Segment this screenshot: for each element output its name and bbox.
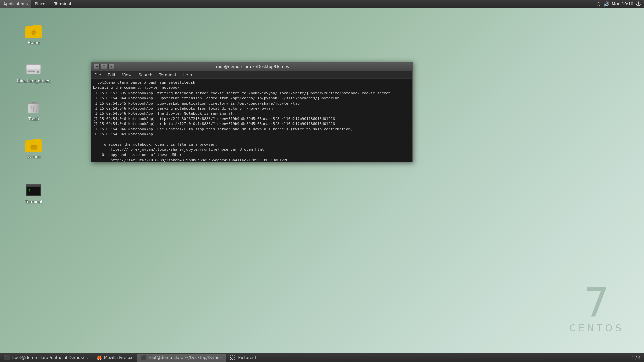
svg-line-14	[31, 106, 31, 112]
sound-icon: 🔊	[603, 1, 609, 7]
top-panel-left: Applications Places Terminal	[0, 0, 74, 8]
demos-folder-icon	[25, 137, 42, 153]
taskbar-label-2: root@demo-clara:~/Desktop/Demos	[149, 355, 222, 360]
svg-rect-7	[27, 65, 41, 69]
home-icon-label: Home	[28, 40, 39, 45]
taskbar-item-1[interactable]: 🦊 Mozilla Firefox	[92, 354, 137, 362]
taskbar-item-2[interactable]: ⬛ root@demo-clara:~/Desktop/Demos	[137, 354, 226, 362]
svg-rect-9	[28, 71, 35, 72]
menu-view[interactable]: View	[119, 71, 135, 79]
svg-rect-4	[32, 33, 35, 35]
top-panel-right: ⬡ 🔊 Mon 10:10 ⏻	[597, 1, 644, 7]
menu-help[interactable]: Help	[179, 71, 195, 79]
desktop: Home thinclient_drives	[0, 8, 644, 354]
centos-seven: 7	[569, 283, 624, 323]
svg-text:❯_: ❯_	[28, 188, 33, 192]
network-icon: ⬡	[597, 1, 601, 7]
applications-menu[interactable]: Applications	[0, 0, 31, 8]
taskbar-label-1: Mozilla Firefox	[104, 355, 132, 360]
minimize-button[interactable]: ─	[94, 64, 100, 69]
terminal-menu[interactable]: Terminal	[51, 0, 74, 8]
taskbar-item-0[interactable]: ⬛ [root@demo-clara:/data/LabDemos/...	[0, 354, 92, 362]
terminal-line-15: http://2f4b30f67210:8888/?token=319b9b8c…	[93, 158, 410, 162]
drives-icon-label: thinclient_drives	[17, 79, 50, 83]
trash-icon-label: Trash	[28, 117, 39, 121]
centos-text: CENTOS	[569, 323, 624, 334]
menu-terminal[interactable]: Terminal	[156, 71, 179, 79]
terminal-line-12: To access the notebook, open this file i…	[93, 142, 410, 147]
maximize-button[interactable]: □	[101, 64, 107, 69]
clock: Mon 10:10	[612, 2, 633, 6]
demos-icon-label: Demos	[26, 154, 41, 159]
terminal-titlebar[interactable]: ─ □ ✕ root@demo-clara:~/Desktop/Demos	[91, 62, 412, 71]
terminal-controls: ─ □ ✕	[94, 64, 114, 69]
menu-edit[interactable]: Edit	[104, 71, 119, 79]
taskbar-terminal-icon-2: ⬛	[141, 355, 147, 360]
taskbar-label-0: [root@demo-clara:/data/LabDemos/...	[12, 355, 88, 360]
taskbar-terminal-icon-0: ⬛	[4, 355, 10, 360]
desktop-icon-home[interactable]: Home	[18, 21, 49, 46]
terminal-line-2: [I 15:09:53.805 NotebookApp] Writing not…	[93, 90, 410, 96]
terminal-line-6: [I 15:09:54.046 NotebookApp] The Jupyter…	[93, 111, 410, 116]
menu-file[interactable]: File	[91, 71, 104, 79]
terminal-line-13: file:///home/jovyan/.local/share/jupyter…	[93, 147, 410, 152]
svg-line-16	[36, 106, 36, 112]
drive-icon	[25, 61, 42, 77]
taskbar-item-3[interactable]: 🖼 [Pictures]	[226, 354, 260, 362]
desktop-icon-drives[interactable]: thinclient_drives	[18, 60, 49, 85]
desktop-icon-trash[interactable]: Trash	[18, 98, 49, 123]
places-menu[interactable]: Places	[31, 0, 51, 8]
terminal-menubar: File Edit View Search Terminal Help	[91, 71, 412, 79]
terminal-desktop-icon: ❯_	[25, 182, 42, 198]
close-button[interactable]: ✕	[108, 64, 114, 69]
terminal-window: ─ □ ✕ root@demo-clara:~/Desktop/Demos Fi…	[91, 62, 413, 162]
svg-point-8	[37, 71, 39, 73]
terminal-line-1: Executing the command: jupyter notebook	[93, 85, 410, 90]
home-folder-icon	[25, 23, 42, 39]
power-icon: ⏻	[636, 1, 641, 7]
terminal-line-8: [I 15:09:54.046 NotebookApp] or http://1…	[93, 121, 410, 126]
taskbar-pager: 1 / 4	[628, 355, 644, 360]
terminal-line-3: [I 15:09:54.044 NotebookApp] JupyterLab …	[93, 96, 410, 101]
terminal-line-14: Or copy and paste one of these URLs:	[93, 152, 410, 157]
trash-icon	[25, 99, 42, 115]
desktop-icon-terminal[interactable]: ❯_ Terminal	[18, 181, 49, 205]
terminal-line-4: [I 15:09:54.045 NotebookApp] JupyterLab …	[93, 101, 410, 106]
terminal-icon-label: Terminal	[25, 199, 42, 204]
terminal-line-0: [root@demo-clara Demos]# bash run-satell…	[93, 80, 410, 85]
svg-rect-13	[32, 102, 36, 103]
taskbar-label-3: [Pictures]	[237, 355, 256, 360]
top-panel: Applications Places Terminal ⬡ 🔊 Mon 10:…	[0, 0, 644, 8]
terminal-line-9: [I 15:09:54.046 NotebookApp] Use Control…	[93, 127, 410, 132]
terminal-line-10: [C 15:09:54.049 NotebookApp]	[93, 132, 410, 137]
terminal-line-7: [I 15:09:54.046 NotebookApp] http://2f4b…	[93, 116, 410, 121]
taskbar-firefox-icon: 🦊	[96, 355, 102, 360]
terminal-line-11	[93, 137, 410, 142]
terminal-title: root@demo-clara:~/Desktop/Demos	[114, 64, 391, 69]
desktop-icon-demos[interactable]: Demos	[18, 135, 49, 160]
taskbar-pictures-icon: 🖼	[230, 355, 235, 360]
centos-watermark: 7 CENTOS	[569, 283, 624, 334]
menu-search[interactable]: Search	[135, 71, 156, 79]
terminal-line-5: [I 15:09:54.046 NotebookApp] Serving not…	[93, 106, 410, 111]
terminal-content[interactable]: [root@demo-clara Demos]# bash run-satell…	[91, 79, 412, 162]
taskbar: ⬛ [root@demo-clara:/data/LabDemos/... 🦊 …	[0, 353, 644, 362]
